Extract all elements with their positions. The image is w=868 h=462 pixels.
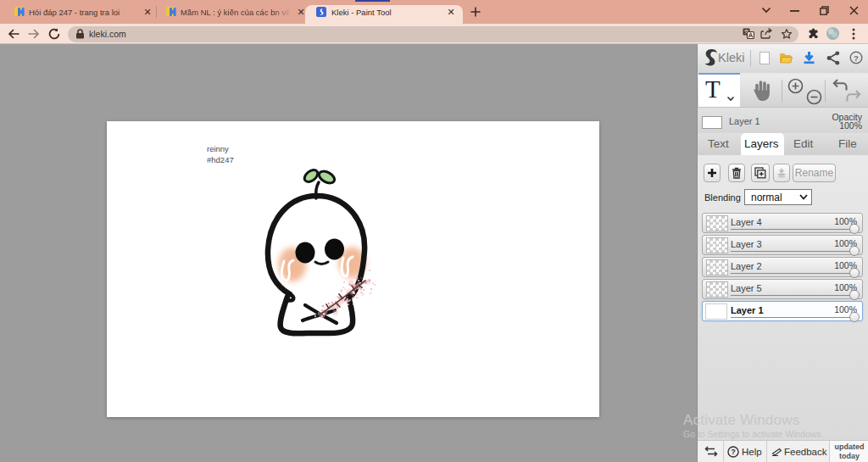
svg-text:?: ?: [854, 53, 859, 63]
svg-text:?: ?: [731, 448, 736, 456]
